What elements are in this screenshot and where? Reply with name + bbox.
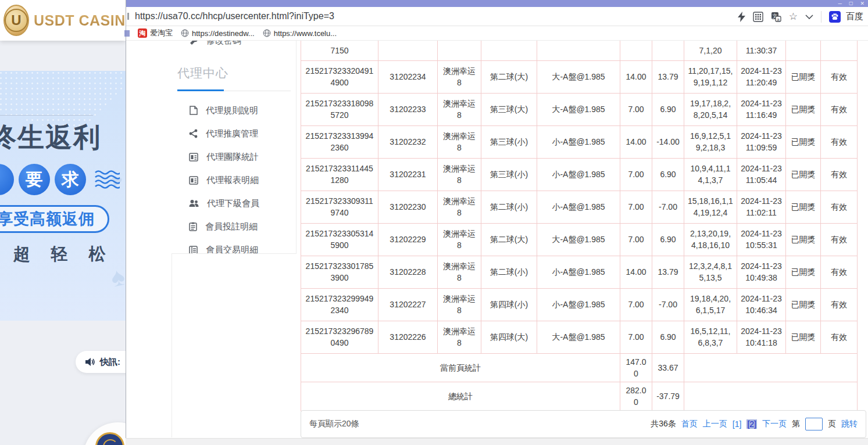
share-icon — [189, 129, 198, 138]
apps-grid-icon[interactable] — [753, 12, 763, 22]
bookmark-item[interactable]: https://www.tcelu... — [263, 28, 337, 38]
brand-name: USDT CASINO — [34, 12, 126, 29]
doc-icon — [189, 106, 198, 115]
summary-empty — [684, 353, 858, 382]
cell-play-type: 第四球(大) — [481, 321, 537, 353]
sidebar-item-5[interactable]: 會員投註明細 — [172, 215, 296, 238]
table-row: 215217323305314590031202229澳洲幸运8第二球(大)大-… — [301, 223, 858, 256]
baidu-paw-icon[interactable] — [829, 11, 841, 23]
sidebar-item-6[interactable]: 會員交易明細 — [172, 238, 296, 254]
table-row: 215217323320491490031202234澳洲幸运8第二球(大)大-… — [301, 60, 858, 93]
page-number-2-current[interactable]: [2] — [746, 419, 757, 429]
wrench-icon — [189, 41, 198, 46]
bookmark-item[interactable]: https://destinedw... — [181, 28, 255, 38]
chevron-down-icon[interactable] — [805, 15, 813, 19]
browser-titlebar[interactable]: ─ ▢ ✕ — [126, 0, 868, 7]
cell-order-no: 2152173233114451280 — [301, 158, 378, 191]
star-icon[interactable]: ☆ — [789, 12, 798, 21]
cell-valid-status: 有效 — [821, 321, 858, 353]
next-page-link[interactable]: 下一页 — [762, 419, 787, 429]
sidebar-item-change-password[interactable]: 修改密碼 — [189, 41, 241, 46]
globe-icon — [181, 29, 189, 37]
cell-draw-numbers: 16,5,12,11,6,8,3,7 — [684, 321, 737, 353]
sidebar-item-1[interactable]: 代理推廣管理 — [172, 122, 296, 145]
close-icon[interactable]: ✕ — [860, 1, 865, 6]
cell-bet-time: 2024-11-23 11:09:59 — [737, 125, 786, 158]
sidebar-item-label: 會員交易明細 — [206, 245, 258, 254]
sidebar-item-4[interactable]: 代理下級會員 — [172, 192, 296, 215]
cell-bet-amount: 7.00 — [620, 158, 652, 191]
total-count-label: 共36条 — [651, 419, 676, 429]
lightning-icon[interactable] — [738, 12, 745, 22]
banner-pill: 享受高额返佣 — [0, 205, 109, 233]
page-number-1[interactable]: [1] — [733, 419, 742, 429]
cell-period-no: 31202228 — [378, 256, 438, 288]
minimize-icon[interactable]: ─ — [838, 1, 842, 6]
screen: ♥ ♠ 终生返利 要 求 享受高额返佣 超 轻 松 — [0, 0, 868, 445]
promo-banner: ♥ ♠ 终生返利 要 求 享受高额返佣 超 轻 松 — [0, 71, 126, 321]
browser-addressbar[interactable]: https://usa70.cc/hhcp/usercenter.html?in… — [126, 7, 868, 26]
prev-page-link[interactable]: 上一页 — [703, 419, 727, 429]
sidebar-item-0[interactable]: 代理規則說明 — [172, 99, 296, 122]
spade-suit-decoration: ♠ — [108, 261, 126, 293]
first-page-link[interactable]: 首页 — [681, 419, 698, 429]
sidebar-item-3[interactable]: 代理報表明細 — [172, 168, 296, 192]
cell-period-no — [378, 41, 438, 60]
cell-draw-numbers: 19,17,18,2,8,20,5,14 — [684, 93, 737, 125]
sidebar-item-label: 代理推廣管理 — [206, 128, 258, 139]
cell-bet-time: 11:30:37 — [737, 41, 786, 60]
banner-circle-1: 要 — [19, 164, 50, 195]
summary-amount: 282.00 — [620, 382, 652, 411]
jump-button[interactable]: 跳转 — [841, 419, 858, 429]
cell-period-no: 31202230 — [378, 191, 438, 223]
cell-valid-status: 有效 — [821, 256, 858, 288]
cell-period-no: 31202233 — [378, 93, 438, 125]
sidebar-item-2[interactable]: 代理團隊統計 — [172, 145, 296, 168]
cell-draw-status: 已開獎 — [786, 60, 821, 93]
page-info-icon[interactable] — [127, 13, 129, 20]
url-text[interactable]: https://usa70.cc/hhcp/usercenter.html?in… — [135, 11, 334, 21]
cell-bet-content: 小-A盤@1.985 — [537, 125, 620, 158]
translate-icon[interactable]: 文 a — [771, 12, 781, 22]
cell-win-loss — [652, 41, 684, 60]
cell-draw-status: 已開獎 — [786, 321, 821, 353]
cell-bet-content: 小-A盤@1.985 — [537, 288, 620, 321]
cell-valid-status: 有效 — [821, 60, 858, 93]
taobao-icon: 淘 — [138, 28, 147, 38]
search-engine-label[interactable]: 百度 — [846, 11, 863, 22]
cell-win-loss: 6.90 — [652, 93, 684, 125]
globe-icon — [263, 29, 271, 37]
cell-bet-amount: 14.00 — [620, 125, 652, 158]
clipped-bookmark-icon[interactable] — [124, 30, 130, 37]
banner-subline: 超 轻 松 — [8, 243, 119, 266]
maximize-icon[interactable]: ▢ — [849, 1, 853, 6]
summary-winloss: -37.79 — [652, 382, 684, 411]
cell-draw-numbers: 16,9,12,5,19,2,18,3 — [684, 125, 737, 158]
sidebar-item-label: 代理規則說明 — [206, 105, 258, 116]
table-row: 215217323311445128031202231澳洲幸运8第三球(小)小-… — [301, 158, 858, 191]
table-row: 215217323313994236031202232澳洲幸运8第三球(小)小-… — [301, 125, 858, 158]
bookmark-item[interactable]: 淘爱淘宝 — [138, 28, 173, 38]
cell-period-no: 31202226 — [378, 321, 438, 353]
page-jump-input[interactable] — [805, 418, 823, 430]
cell-bet-content: 大-A盤@1.985 — [537, 60, 620, 93]
banner-divider — [0, 115, 93, 116]
cell-bet-time: 2024-11-23 10:55:31 — [737, 223, 786, 256]
cell-game-name: 澳洲幸运8 — [438, 93, 481, 125]
sidebar-item-label: 代理下級會員 — [207, 198, 259, 209]
cell-bet-amount: 7.00 — [620, 93, 652, 125]
summary-label: 總統計 — [301, 382, 620, 411]
cell-order-no: 2152173233180985720 — [301, 93, 378, 125]
cell-bet-content: 小-A盤@1.985 — [537, 158, 620, 191]
sidebar-section-title: 代理中心 — [177, 65, 228, 81]
news-ticker[interactable]: 快訊: — [76, 351, 126, 373]
site-logo-card[interactable]: U USDT CASINO — [0, 0, 126, 41]
banner-circle-row: 要 求 — [0, 164, 120, 195]
bookmark-label: 爱淘宝 — [150, 28, 173, 38]
table-row-page-summary: 當前頁統計147.0033.67 — [301, 353, 858, 382]
cell-game-name: 澳洲幸运8 — [438, 60, 481, 93]
cell-order-no: 2152173232999492340 — [301, 288, 378, 321]
cell-valid-status: 有效 — [821, 223, 858, 256]
page-bottom-strip — [126, 438, 868, 445]
cell-valid-status: 有效 — [821, 158, 858, 191]
